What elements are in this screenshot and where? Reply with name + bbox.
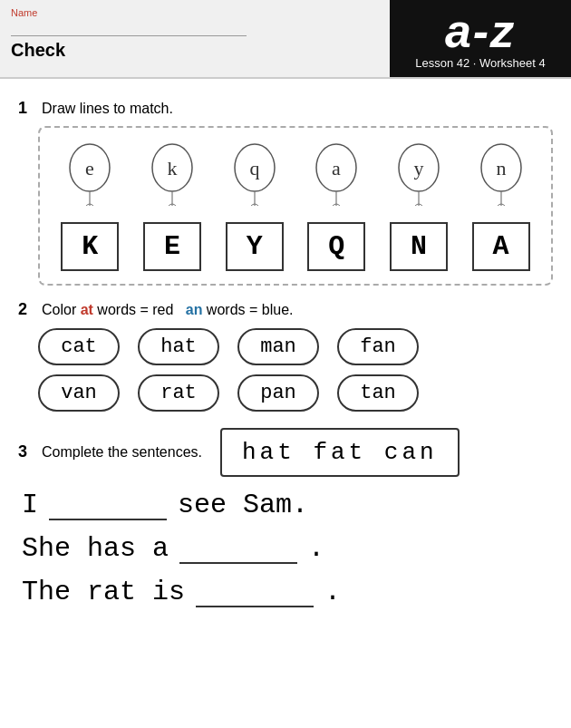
at-word: at [81, 302, 93, 317]
letter-box-N: N [390, 222, 448, 271]
balloon-e-svg: e [63, 141, 116, 206]
balloon-q: q [222, 141, 287, 206]
word-tan: tan [337, 374, 419, 412]
an-word: an [186, 302, 203, 317]
word-hat: hat [138, 328, 219, 365]
svg-text:y: y [413, 157, 423, 180]
sentence-1: I see Sam. [22, 490, 553, 520]
balloon-row: e k q [49, 141, 542, 206]
balloon-matching-area: e k q [38, 126, 553, 286]
svg-text:e: e [85, 157, 94, 180]
balloon-y-svg: y [392, 141, 445, 206]
sentence1-blank [49, 511, 167, 520]
section3-top: 3 Complete the sentences. hat fat can [18, 428, 553, 477]
letter-box-Q: Q [307, 222, 365, 271]
svg-text:n: n [496, 157, 506, 180]
name-label: Name [11, 7, 379, 18]
sentence3-part1: The rat is [22, 577, 185, 607]
sentence2-part2: . [308, 533, 324, 564]
balloon-k: k [140, 141, 205, 206]
section1-instruction: Draw lines to match. [42, 99, 173, 119]
sentence-3: The rat is . [22, 577, 553, 607]
section2-instruction: Color at words = red an words = blue. [42, 300, 293, 320]
word-ovals-area: cat hat man fan van rat pan tan [38, 328, 553, 412]
sentence3-part2: . [324, 577, 341, 607]
sentence1-part2: see Sam. [178, 490, 308, 520]
word-van: van [38, 374, 120, 412]
balloon-e: e [57, 141, 122, 206]
word-cat: cat [38, 328, 120, 365]
svg-text:k: k [167, 157, 177, 180]
section3-header: 3 Complete the sentences. [18, 442, 202, 462]
sentences-area: I see Sam. She has a . The rat is . [22, 490, 553, 607]
section2-number: 2 [18, 300, 34, 319]
balloon-n-svg: n [475, 141, 527, 206]
letter-box-Y: Y [226, 222, 284, 271]
sentence3-blank [196, 598, 314, 607]
check-label: Check [11, 40, 379, 61]
word-fan: fan [337, 328, 419, 365]
lesson-label: Lesson 42 · Worksheet 4 [415, 56, 546, 70]
word-row-1: cat hat man fan [38, 328, 553, 365]
letter-box-E: E [143, 222, 201, 271]
section1-header: 1 Draw lines to match. [18, 99, 553, 119]
letter-box-row: K E Y Q N A [49, 222, 542, 271]
balloon-q-svg: q [228, 141, 281, 206]
sentence1-part1: I [22, 490, 38, 520]
sentence2-part1: She has a [22, 533, 169, 564]
sentence2-blank [179, 555, 297, 564]
letter-box-A: A [472, 222, 530, 271]
az-title: a-z [445, 7, 516, 54]
word-pan: pan [237, 374, 319, 412]
word-row-2: van rat pan tan [38, 374, 553, 412]
word-man: man [237, 328, 319, 365]
sentence-2: She has a . [22, 533, 553, 564]
word-box: hat fat can [220, 428, 460, 477]
header-right: a-z Lesson 42 · Worksheet 4 [390, 0, 571, 77]
balloon-y: y [386, 141, 451, 206]
svg-text:q: q [249, 157, 259, 180]
balloon-n: n [469, 141, 534, 206]
section3-number: 3 [18, 442, 34, 461]
section1-number: 1 [18, 99, 34, 118]
word-rat: rat [138, 374, 219, 412]
header-left: Name Check [0, 0, 390, 77]
balloon-a: a [304, 141, 369, 206]
page-header: Name Check a-z Lesson 42 · Worksheet 4 [0, 0, 571, 79]
letter-box-K: K [61, 222, 119, 271]
balloon-a-svg: a [310, 141, 363, 206]
name-line [11, 20, 247, 36]
svg-text:a: a [332, 157, 341, 180]
main-content: 1 Draw lines to match. e k [0, 79, 571, 629]
section3-instruction: Complete the sentences. [42, 442, 202, 462]
section2-header: 2 Color at words = red an words = blue. [18, 300, 553, 320]
balloon-k-svg: k [146, 141, 198, 206]
